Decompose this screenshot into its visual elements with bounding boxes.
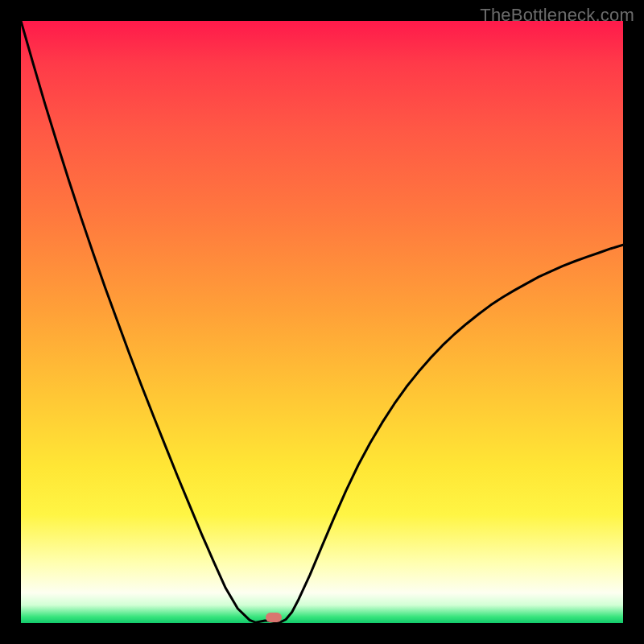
watermark-text: TheBottleneck.com bbox=[480, 5, 634, 26]
bottleneck-curve bbox=[21, 21, 623, 623]
plot-area bbox=[21, 21, 623, 623]
chart-frame: TheBottleneck.com bbox=[0, 0, 644, 644]
optimum-marker bbox=[266, 613, 282, 622]
